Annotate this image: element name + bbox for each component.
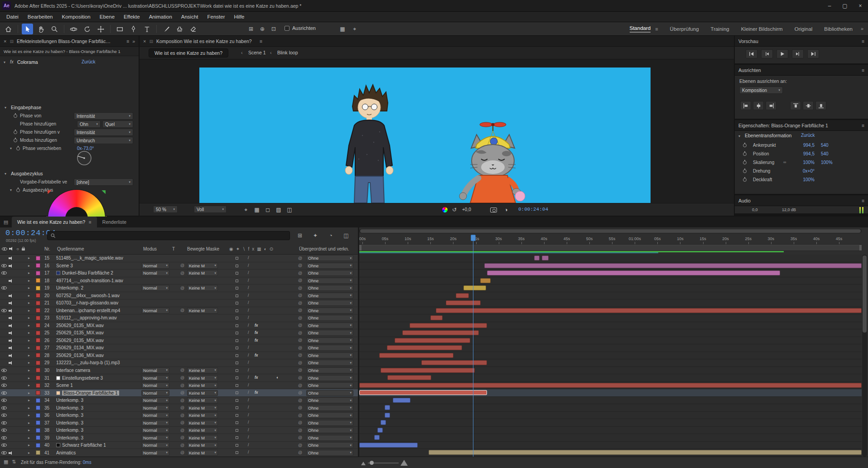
parent-select[interactable]: Ohne▾ (306, 382, 353, 388)
frame-blend-icon[interactable] (236, 451, 238, 454)
exposure-value[interactable]: +0,0 (462, 207, 471, 212)
quality-icon[interactable]: / (248, 353, 249, 357)
matte-pick-whip-icon[interactable]: @ (180, 427, 187, 434)
video-toggle[interactable] (1, 382, 7, 389)
layer-row[interactable]: ▸27250629_0134_MIX.wav/@Ohne▾ (0, 344, 358, 352)
menu-fenster[interactable]: Fenster (203, 12, 230, 22)
twirl-down-icon[interactable]: ▾ (4, 60, 5, 64)
property-value[interactable]: 540 (821, 143, 829, 148)
composition-tab[interactable]: Komposition Wie ist es eine Katze zu hab… (156, 39, 252, 44)
quality-icon[interactable]: / (248, 383, 249, 387)
blend-mode-select[interactable]: Normal▾ (141, 285, 169, 291)
parent-pick-whip-icon[interactable]: @ (298, 442, 304, 449)
lock-toggle[interactable] (21, 292, 27, 299)
magnification-select[interactable]: 50 %▾ (153, 206, 178, 213)
solo-toggle[interactable] (14, 389, 20, 396)
video-toggle[interactable] (1, 367, 7, 374)
audio-toggle[interactable] (8, 404, 14, 411)
layer-row[interactable]: ▸31Einstellungsebene 3Normal▾@Keine M▾/f… (0, 374, 358, 382)
column-header-source[interactable]: Quellenname (57, 246, 84, 251)
phase-add-from-select[interactable]: Intensität▾ (74, 129, 133, 136)
layer-duration-bar[interactable] (379, 353, 453, 358)
frame-blend-icon[interactable] (236, 272, 238, 275)
quality-icon[interactable]: / (248, 323, 249, 328)
quality-icon[interactable]: / (248, 270, 249, 275)
workspace-tab-training[interactable]: Training (711, 26, 729, 32)
stopwatch-icon[interactable] (743, 152, 747, 156)
audio-toggle[interactable] (8, 322, 14, 329)
menu-bearbeiten[interactable]: Bearbeiten (23, 12, 58, 22)
quality-icon[interactable]: / (248, 300, 249, 305)
composition-canvas[interactable] (199, 68, 651, 203)
lock-toggle[interactable] (21, 329, 27, 337)
solo-toggle[interactable] (14, 314, 20, 322)
axis-mode-world-icon[interactable]: ⊕ (257, 24, 267, 34)
link-icon[interactable]: ∞ (783, 160, 786, 164)
parent-select[interactable]: Ohne▾ (306, 315, 353, 321)
snapshot-camera-icon[interactable] (490, 207, 497, 212)
label-color-swatch[interactable] (36, 337, 41, 344)
time-ruler[interactable]: 00s05s10s15s20s25s30s35s40s45s50s55s01:0… (359, 234, 862, 245)
align-bottom-button[interactable] (815, 101, 826, 110)
audio-toggle[interactable] (8, 412, 14, 419)
audio-toggle[interactable] (8, 427, 14, 434)
stopwatch-icon[interactable] (14, 114, 17, 118)
solo-toggle[interactable] (14, 434, 20, 441)
audio-toggle[interactable] (8, 262, 14, 270)
lock-toggle[interactable] (21, 277, 27, 285)
video-toggle[interactable] (1, 285, 7, 292)
solo-toggle[interactable] (14, 270, 20, 277)
video-toggle[interactable] (1, 270, 7, 277)
layer-duration-bar[interactable] (542, 256, 549, 261)
layer-track[interactable] (359, 322, 862, 330)
panel-menu-icon[interactable]: ≡ (862, 39, 864, 44)
layer-track[interactable] (359, 359, 862, 367)
layer-track[interactable] (359, 314, 862, 322)
solo-toggle[interactable] (14, 442, 20, 449)
track-matte-select[interactable]: Keine M▾ (187, 442, 218, 448)
parent-select[interactable]: Ohne▾ (306, 330, 353, 336)
parent-select[interactable]: Ohne▾ (306, 352, 353, 358)
solo-toggle[interactable] (14, 322, 20, 329)
layer-row[interactable]: ▸38Unterkomp. 3Normal▾@Keine M▾/@Ohne▾ (0, 427, 358, 434)
breadcrumb-mid[interactable]: Scene 1 (248, 50, 266, 55)
matte-pick-whip-icon[interactable]: @ (180, 412, 187, 419)
label-color-swatch[interactable] (36, 314, 41, 322)
label-color-swatch[interactable] (36, 389, 41, 396)
parent-select[interactable]: Ohne▾ (306, 390, 353, 396)
layer-name[interactable]: Einstellungsebene 3 (56, 374, 140, 381)
layer-row[interactable]: ▸25250629_0135_MIX.wav/fx@Ohne▾ (0, 329, 358, 337)
layer-row[interactable]: ▸29132223_..._zulu-harp-b (1).mp3/@Ohne▾ (0, 359, 358, 367)
parent-pick-whip-icon[interactable]: @ (298, 374, 304, 381)
frame-blend-icon[interactable] (236, 406, 238, 409)
layer-name[interactable]: 250629_0135_MIX.wav (56, 322, 140, 329)
phase-add-select-2[interactable]: Quel▾ (102, 121, 133, 128)
parent-pick-whip-icon[interactable]: @ (298, 449, 304, 456)
add-mode-select[interactable]: Umbruch▾ (74, 137, 133, 144)
frame-blend-icon[interactable] (236, 444, 238, 447)
twirl-right-icon[interactable]: ▸ (28, 322, 34, 329)
label-color-swatch[interactable] (36, 344, 41, 352)
snap-checkbox[interactable] (285, 26, 289, 31)
layer-row[interactable]: ▸20607252__d4xx__swoosh-1.wav/@Ohne▾ (0, 292, 358, 300)
column-header-matte[interactable]: Bewegte Maske (187, 246, 219, 251)
stopwatch-icon[interactable] (743, 161, 747, 164)
track-matte-select[interactable]: Keine M▾ (187, 435, 218, 441)
quality-icon[interactable]: / (248, 345, 249, 350)
layer-name[interactable]: Unterkomp. 3 (56, 404, 140, 411)
layer-track[interactable] (359, 449, 862, 457)
column-header-parent[interactable]: Übergeordnet und verkn. (299, 246, 349, 251)
quality-icon[interactable]: / (248, 443, 249, 447)
twirl-down-icon[interactable]: ▾ (10, 146, 12, 150)
layer-track[interactable] (359, 427, 862, 434)
layer-name[interactable]: 250629_0136_MIX.wav (56, 352, 140, 359)
parent-select[interactable]: Ohne▾ (306, 308, 353, 314)
layer-row[interactable]: ▸37Unterkomp. 3Normal▾@Keine M▾/@Ohne▾ (0, 419, 358, 427)
layer-duration-bar[interactable] (446, 300, 480, 305)
layer-name[interactable]: 250629_0134_MIX.wav (56, 344, 140, 352)
twirl-right-icon[interactable]: ▸ (28, 412, 34, 419)
next-frame-button[interactable] (792, 49, 804, 58)
label-color-swatch[interactable] (36, 404, 41, 411)
layer-duration-bar[interactable] (410, 323, 487, 328)
parent-select[interactable]: Ohne▾ (306, 360, 353, 366)
